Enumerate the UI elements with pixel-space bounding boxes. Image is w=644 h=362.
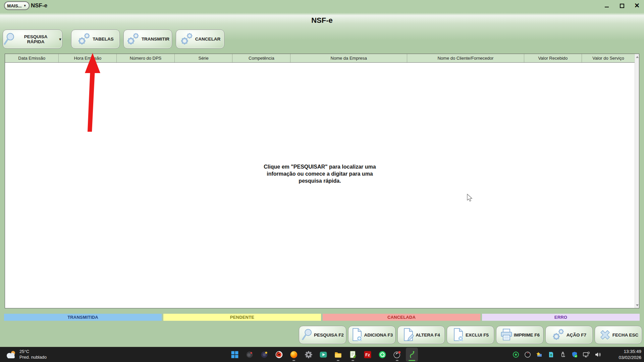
action-button-bar: PESQUISA F2 ADICIONA F3 ALTERA F4: [299, 326, 642, 344]
weather-widget[interactable]: 25°C Pred. nublado: [3, 347, 49, 362]
pesquisa-rapida-button[interactable]: PESQUISA RÁPIDA ▼: [3, 29, 62, 49]
minimize-button[interactable]: [604, 3, 610, 9]
minimize-icon: [605, 7, 609, 7]
tray-document-app-icon[interactable]: [547, 351, 555, 358]
red-circle-app-icon: [275, 350, 283, 359]
taskbar-icon-whatsapp[interactable]: [376, 348, 388, 362]
svg-text:Fz: Fz: [365, 353, 370, 357]
legend-label: CANCELADA: [387, 315, 416, 320]
firefox-icon: [289, 350, 298, 359]
magnifier-icon: [301, 328, 313, 342]
cancelar-button[interactable]: CANCELAR: [176, 29, 224, 49]
fecha-esc-button[interactable]: FECHA ESC: [595, 326, 642, 344]
taskbar-icon-search-app[interactable]: [244, 348, 256, 362]
column-header-data-emissao[interactable]: Data Emissão: [5, 54, 59, 62]
column-header-serie[interactable]: Série: [175, 54, 233, 62]
taskbar-icon-notepad-editor[interactable]: [347, 348, 359, 362]
pesquisa-f2-button[interactable]: PESQUISA F2: [299, 326, 346, 344]
button-label: PESQUISA RÁPIDA: [16, 34, 55, 44]
taskbar-icon-task-view-app[interactable]: [258, 348, 270, 362]
maximize-icon: [620, 4, 624, 8]
taskbar-icon-file-explorer[interactable]: [332, 348, 344, 362]
tray-display-network-icon[interactable]: [583, 351, 590, 358]
imprime-f6-button[interactable]: IMPRIME F6: [496, 326, 543, 344]
close-icon: ✕: [634, 3, 640, 9]
button-label: EXCLUI F5: [466, 333, 489, 338]
taskbar-icon-nsfe-app-active[interactable]: [406, 348, 418, 362]
tray-usb-device-icon[interactable]: [559, 351, 567, 358]
scroll-down-arrow[interactable]: [635, 303, 639, 308]
windows-start-icon: [230, 350, 239, 359]
start-button[interactable]: [229, 348, 241, 362]
toolbar: PESQUISA RÁPIDA ▼ TABELAS: [3, 29, 228, 49]
legend-pendente: PENDENTE: [163, 314, 321, 321]
acao-f7-button[interactable]: AÇÃO F7: [545, 326, 593, 344]
file-explorer-icon: [334, 350, 342, 359]
tray-star-app-icon[interactable]: [536, 351, 543, 358]
tabelas-button[interactable]: TABELAS: [71, 29, 120, 49]
column-header-nome-empresa[interactable]: Nome da Empresa: [290, 54, 407, 62]
scroll-up-arrow[interactable]: [635, 54, 639, 59]
tray-volume-icon[interactable]: [594, 351, 602, 358]
column-header-nome-cliente[interactable]: Nome do Cliente/Fornecedor: [407, 54, 524, 62]
taskbar: 25°C Pred. nublado: [0, 347, 644, 362]
legend-erro: ERRO: [482, 314, 640, 321]
window-title: NSF-e: [31, 2, 47, 9]
status-legend: TRANSMITIDA PENDENTE CANCELADA ERRO: [4, 314, 640, 321]
tray-whatsapp-icon[interactable]: [512, 351, 520, 358]
mais-menu-button[interactable]: MAIS... ▼: [4, 1, 30, 10]
clock-time: 13:35:49: [619, 349, 641, 355]
weather-temp: 25°C: [19, 349, 47, 354]
dropdown-arrow-icon: ▼: [58, 37, 62, 41]
printer-icon: [500, 328, 513, 342]
vertical-scrollbar[interactable]: [635, 54, 639, 308]
button-label: AÇÃO F7: [567, 333, 586, 338]
adiciona-f3-button[interactable]: ADICIONA F3: [348, 326, 395, 344]
taskbar-icon-firefox[interactable]: [288, 348, 300, 362]
close-button[interactable]: ✕: [634, 3, 640, 9]
taskbar-clock[interactable]: 13:35:49 03/02/2026: [619, 347, 641, 362]
taskbar-icon-gear-app[interactable]: [303, 348, 315, 362]
gears-icon: [180, 32, 195, 47]
taskbar-icon-red-circle-app[interactable]: [273, 348, 285, 362]
tray-obs-icon[interactable]: [524, 351, 531, 358]
teal-share-app-icon: [319, 350, 328, 359]
legend-cancelada: CANCELADA: [323, 314, 480, 321]
exclui-f5-button[interactable]: EXCLUI F5: [447, 326, 494, 344]
column-header-valor-recebido[interactable]: Valor Recebido: [524, 54, 582, 62]
nsfe-window: MAIS... ▼ NSF-e ✕ NSF-e PESQUISA RÁPIDA …: [0, 0, 644, 347]
gear-app-icon: [304, 350, 313, 359]
clock-date: 03/02/2026: [619, 355, 641, 361]
column-header-numero-dps[interactable]: Número do DPS: [117, 54, 175, 62]
altera-f4-button[interactable]: ALTERA F4: [397, 326, 445, 344]
system-tray: [512, 347, 602, 362]
document-edit-icon: [402, 328, 415, 342]
nsfe-app-icon: [408, 350, 416, 359]
titlebar: MAIS... ▼ NSF-e ✕: [0, 0, 644, 13]
notepad-editor-icon: [348, 350, 357, 359]
running-indicator: [396, 360, 398, 361]
transmitir-button[interactable]: TRANSMITIR: [123, 29, 172, 49]
button-label: ADICIONA F3: [364, 333, 393, 338]
button-label: TRANSMITIR: [142, 37, 169, 42]
maximize-button[interactable]: [619, 3, 625, 9]
legend-label: PENDENTE: [230, 315, 254, 320]
weather-icon: [5, 350, 17, 359]
column-header-valor-servico[interactable]: Valor do Serviço: [582, 54, 635, 62]
window-controls: ✕: [604, 3, 640, 9]
obs-studio-icon: [393, 350, 401, 359]
active-indicator: [409, 360, 415, 361]
running-indicator: [292, 360, 295, 361]
legend-transmitida: TRANSMITIDA: [4, 314, 162, 321]
tray-windows-security-icon[interactable]: [571, 351, 578, 358]
taskbar-icon-obs-studio[interactable]: [391, 348, 403, 362]
button-label: FECHA ESC: [612, 333, 639, 338]
empty-state-message: Clique em "PESQUISAR" para localizar uma…: [255, 163, 385, 184]
task-view-app-icon: [260, 350, 269, 359]
taskbar-icon-filezilla[interactable]: Fz: [362, 348, 374, 362]
triangle-down-icon: [636, 304, 639, 306]
running-indicator: [352, 360, 354, 361]
taskbar-icon-teal-share-app[interactable]: [317, 348, 329, 362]
page-title: NSF-e: [0, 16, 644, 25]
column-header-competencia[interactable]: Competência: [232, 54, 290, 62]
